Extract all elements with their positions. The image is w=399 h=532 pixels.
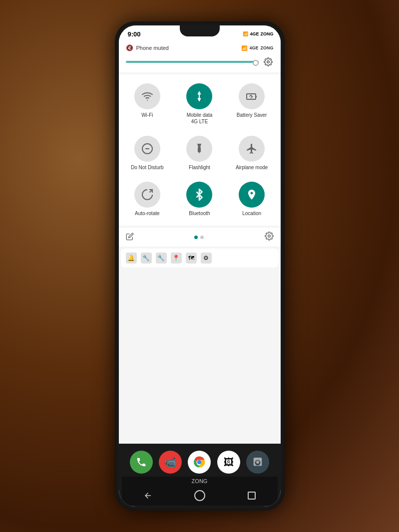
settings-gear-button[interactable] bbox=[263, 56, 274, 67]
shortcut-icon-1[interactable]: 🔔 bbox=[126, 253, 137, 264]
mobile-data-label: Mobile data4G LTE bbox=[187, 112, 213, 125]
wifi-toggle-circle[interactable] bbox=[134, 83, 160, 109]
video-app-icon[interactable]: 📹 bbox=[159, 451, 182, 474]
settings-button[interactable] bbox=[265, 232, 274, 243]
dnd-label: Do Not Disturb bbox=[131, 164, 164, 171]
dnd-toggle[interactable]: Do Not Disturb bbox=[123, 132, 172, 175]
recents-square-icon bbox=[248, 492, 256, 500]
brightness-slider[interactable] bbox=[126, 61, 259, 63]
page-indicators bbox=[194, 236, 204, 239]
airplane-label: Airplane mode bbox=[236, 164, 268, 171]
page-dot-1 bbox=[194, 236, 198, 239]
shortcut-icon-4[interactable]: 📍 bbox=[171, 253, 182, 264]
wifi-label: Wi-Fi bbox=[141, 112, 153, 118]
flashlight-toggle-circle[interactable] bbox=[186, 136, 212, 162]
app-dock: 📹 🖼 bbox=[122, 447, 278, 477]
recents-button[interactable] bbox=[242, 488, 262, 503]
bluetooth-toggle-circle[interactable] bbox=[186, 182, 212, 208]
shortcut-icon-6[interactable]: ⚙ bbox=[201, 253, 212, 264]
bluetooth-label: Bluetooth bbox=[189, 210, 210, 217]
network-type: 4GE bbox=[250, 31, 259, 36]
notification-bar: 🔇 Phone muted 📶 4GE ZONG bbox=[119, 40, 281, 54]
brightness-row[interactable] bbox=[119, 54, 281, 72]
home-circle-icon bbox=[194, 490, 205, 501]
carrier-text-2: ZONG bbox=[261, 45, 274, 50]
battery-saver-toggle-circle[interactable] bbox=[239, 83, 265, 109]
phone-muted-text: Phone muted bbox=[136, 45, 169, 51]
notch bbox=[180, 25, 220, 36]
flashlight-toggle[interactable]: Flashlight bbox=[175, 132, 224, 175]
dock-area: 📹 🖼 bbox=[119, 444, 281, 507]
toggle-grid: Wi-Fi Mobile data4G LTE bbox=[119, 74, 281, 226]
location-label: Location bbox=[242, 210, 261, 217]
svg-point-1 bbox=[147, 100, 148, 101]
notification-right-icons: 📶 4GE ZONG bbox=[241, 45, 273, 51]
auto-rotate-toggle[interactable]: Auto-rotate bbox=[123, 178, 172, 221]
svg-rect-10 bbox=[198, 147, 201, 152]
wifi-toggle[interactable]: Wi-Fi bbox=[123, 79, 172, 129]
location-toggle[interactable]: Location bbox=[227, 178, 277, 221]
phone-app-icon[interactable] bbox=[130, 451, 153, 474]
carrier-display: ZONG bbox=[122, 477, 278, 486]
phone-screen: 9:00 📶 4GE ZONG 🔇 Phone muted bbox=[119, 25, 281, 507]
flashlight-label: Flashlight bbox=[189, 164, 210, 171]
svg-point-0 bbox=[267, 61, 269, 63]
status-time: 9:00 bbox=[128, 30, 141, 38]
mobile-data-toggle-circle[interactable] bbox=[186, 83, 212, 109]
phone-device: 9:00 📶 4GE ZONG 🔇 Phone muted bbox=[115, 21, 285, 511]
svg-point-11 bbox=[268, 235, 270, 238]
dnd-toggle-circle[interactable] bbox=[134, 136, 160, 162]
shortcut-icon-5[interactable]: 🗺 bbox=[186, 253, 197, 264]
android-screen: 9:00 📶 4GE ZONG 🔇 Phone muted bbox=[119, 25, 281, 507]
navigation-bar bbox=[122, 486, 278, 506]
mute-icon: 🔇 bbox=[126, 44, 133, 51]
auto-rotate-toggle-circle[interactable] bbox=[134, 182, 160, 208]
auto-rotate-label: Auto-rotate bbox=[135, 210, 159, 217]
battery-saver-toggle[interactable]: Battery Saver bbox=[227, 79, 277, 129]
bluetooth-toggle[interactable]: Bluetooth bbox=[175, 178, 224, 221]
airplane-toggle-circle[interactable] bbox=[239, 136, 265, 162]
quick-settings-panel: 🔇 Phone muted 📶 4GE ZONG bbox=[119, 40, 281, 444]
svg-point-12 bbox=[197, 460, 202, 465]
network-badge: 4GE bbox=[249, 45, 258, 50]
battery-saver-label: Battery Saver bbox=[237, 112, 267, 118]
app-shortcuts-bar: 🔔 🔧 🔧 📍 🗺 ⚙ bbox=[121, 249, 279, 267]
mobile-data-toggle[interactable]: Mobile data4G LTE bbox=[175, 79, 224, 129]
photos-app-icon[interactable]: 🖼 bbox=[217, 451, 240, 474]
secondary-cam-icon[interactable] bbox=[246, 451, 269, 474]
chrome-app-icon[interactable] bbox=[188, 451, 211, 474]
shortcut-icon-3[interactable]: 🔧 bbox=[156, 253, 167, 264]
edit-button[interactable] bbox=[126, 233, 134, 242]
notification-info: 🔇 Phone muted bbox=[126, 44, 169, 51]
shortcut-icon-2[interactable]: 🔧 bbox=[141, 253, 152, 264]
signal-icon: 📶 bbox=[243, 31, 248, 36]
carrier-label: ZONG bbox=[261, 31, 274, 36]
back-button[interactable] bbox=[138, 488, 158, 503]
location-toggle-circle[interactable] bbox=[239, 182, 265, 208]
airplane-toggle[interactable]: Airplane mode bbox=[227, 132, 277, 175]
home-button[interactable] bbox=[190, 488, 210, 503]
status-icons: 📶 4GE ZONG bbox=[243, 31, 273, 36]
qs-footer bbox=[119, 228, 281, 247]
signal-icon-2: 📶 bbox=[241, 45, 247, 51]
page-dot-2 bbox=[200, 236, 204, 239]
